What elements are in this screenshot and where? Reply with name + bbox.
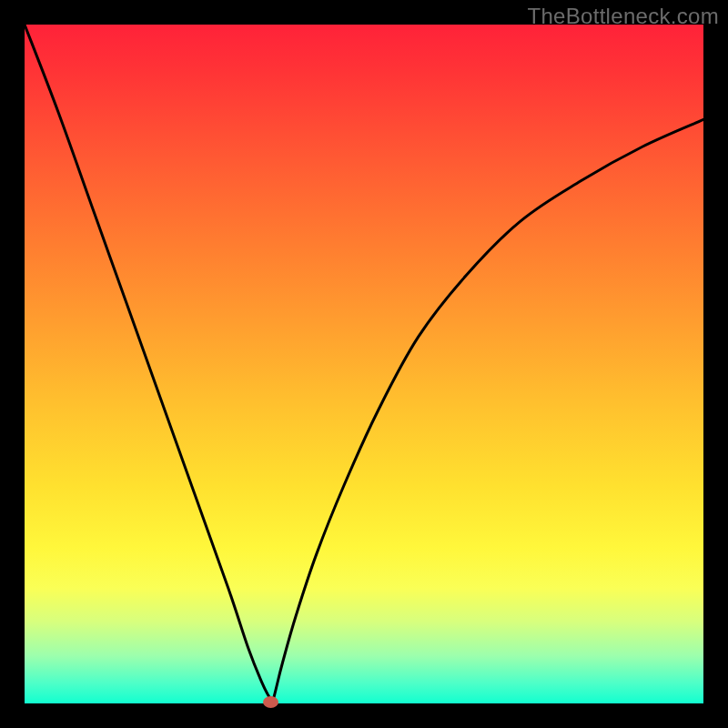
curve-left-branch — [25, 25, 272, 703]
bottleneck-marker — [263, 696, 278, 708]
curve-svg — [25, 25, 703, 703]
plot-area — [25, 25, 703, 703]
watermark-text: TheBottleneck.com — [527, 4, 719, 29]
chart-frame: TheBottleneck.com — [0, 0, 728, 728]
curve-right-branch — [272, 119, 703, 703]
